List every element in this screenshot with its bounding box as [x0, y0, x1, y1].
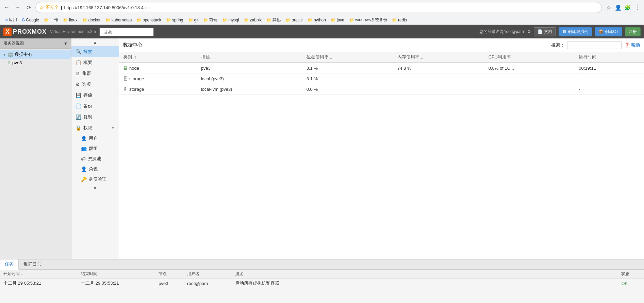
- nav-item-groups[interactable]: 👥 群组: [71, 144, 119, 154]
- refresh-button[interactable]: ⟳: [24, 3, 33, 12]
- nav-item-auth[interactable]: 🔑 身份验证: [71, 174, 119, 184]
- bookmark-openstack[interactable]: 📁 openstack: [134, 17, 163, 23]
- cell-uptime-pve3: 00:19:11: [575, 63, 644, 73]
- settings-icon[interactable]: ⚙: [527, 29, 531, 34]
- nav-item-search[interactable]: 🔍 搜索: [71, 46, 119, 57]
- nav-scroll-up[interactable]: ▲: [71, 38, 119, 46]
- col-description[interactable]: 描述: [197, 52, 302, 63]
- bottom-table-row[interactable]: 十二月 29 05:53:21 十二月 29 05:53:21 pve3 roo…: [0, 279, 644, 288]
- create-ct-button[interactable]: 📦 创建CT: [595, 27, 622, 36]
- bookmark-work-label: 工作: [50, 17, 58, 23]
- auth-icon: 🔑: [81, 176, 87, 182]
- server-icon: 🖥: [123, 65, 128, 71]
- header-search-input[interactable]: [99, 28, 154, 36]
- nav-permissions-label: 权限: [83, 125, 92, 131]
- col-mem-usage[interactable]: 内存使用率...: [393, 52, 484, 63]
- nav-panel: ▲ 🔍 搜索 📋 概要 🖥 集群 ⚙ 选项 💾 存储 📄: [71, 38, 119, 259]
- folder-icon-redis: 📁: [392, 18, 397, 22]
- security-warning-icon: ⚠: [40, 5, 44, 10]
- bookmark-zabbix[interactable]: 📁 zabbix: [242, 17, 264, 23]
- back-button[interactable]: ←: [3, 3, 11, 12]
- storage-type-cell-1: 🗄 storage: [123, 76, 144, 81]
- google-icon: G: [22, 18, 25, 22]
- bookmark-oracle[interactable]: 📁 oracle: [283, 17, 305, 23]
- bcell-desc: 启动所有虚拟机和容器: [232, 279, 618, 288]
- nav-resource-pools-label: 资源池: [88, 156, 101, 162]
- status-ok-badge: OK: [621, 281, 628, 286]
- register-button[interactable]: 注册: [625, 27, 641, 36]
- bookmark-kubernetes-label: kubernetes: [112, 18, 132, 22]
- nav-item-options[interactable]: ⚙ 选项: [71, 79, 119, 90]
- nav-item-replicate[interactable]: 🔄 复制: [71, 112, 119, 122]
- table-row[interactable]: 🗄 storage local (pve3) 3.1 % -: [119, 73, 644, 84]
- bcol-start[interactable]: 开始时间 ↓: [0, 270, 78, 279]
- nav-item-permissions[interactable]: 🔒 权限 ▼: [71, 122, 119, 133]
- col-disk-usage[interactable]: 磁盘使用率...: [302, 52, 393, 63]
- nav-item-backup[interactable]: 📄 备份: [71, 101, 119, 112]
- bookmark-java[interactable]: 📁 java: [329, 17, 346, 23]
- cell-desc-pve3: pve3: [197, 63, 302, 73]
- tab-tasks[interactable]: 任务: [0, 259, 19, 270]
- col-uptime[interactable]: 运行时间: [575, 52, 644, 63]
- bookmark-apps[interactable]: ⊞ 应用: [3, 16, 19, 23]
- sidebar-collapse-icon[interactable]: ▼: [64, 41, 68, 46]
- cell-disk-local: 3.1 %: [302, 73, 393, 84]
- not-secure-label: 不安全: [46, 4, 59, 11]
- browser-actions: ☆ 👤 🧩 ⋮: [605, 3, 641, 12]
- forward-button[interactable]: →: [14, 3, 22, 12]
- cell-disk-pve3: 3.1 %: [302, 63, 393, 73]
- sidebar-item-pve3[interactable]: 🖥 pve3: [0, 59, 71, 67]
- col-type[interactable]: 类别 ↑: [119, 52, 197, 63]
- profile-button[interactable]: 👤: [614, 3, 622, 12]
- table-row[interactable]: 🗄 storage local-lvm (pve3) 0.0 % -: [119, 84, 644, 95]
- browser-toolbar: ← → ⟳ ⚠ 不安全 | https://192.168.137.140:80…: [0, 0, 644, 15]
- bookmark-mysql[interactable]: 📁 mysql: [220, 17, 241, 23]
- nav-scroll-down[interactable]: ▼: [71, 184, 119, 192]
- main-area: 服务器视图 ▼ ▼ 🏢 数据中心 🖥 pve3 ▲ 🔍: [0, 38, 644, 259]
- bookmark-git[interactable]: 📁 git: [186, 17, 201, 23]
- nav-item-resource-pools[interactable]: 🏷 资源池: [71, 154, 119, 164]
- address-bar[interactable]: ⚠ 不安全 | https://192.168.137.140:8006/#v1…: [35, 2, 602, 13]
- bookmark-docker[interactable]: 📁 docker: [80, 17, 103, 23]
- bcol-status[interactable]: 状态: [618, 270, 644, 279]
- bookmark-spring[interactable]: 📁 spring: [164, 17, 185, 23]
- folder-icon-work: 📁: [44, 18, 49, 22]
- extensions-button[interactable]: 🧩: [624, 3, 632, 12]
- bookmark-google[interactable]: G Google: [20, 17, 41, 23]
- nav-item-roles[interactable]: 👤 角色: [71, 164, 119, 174]
- bookmark-kubernetes[interactable]: 📁 kubernetes: [103, 17, 134, 23]
- col-cpu-usage[interactable]: CPU利用率: [484, 52, 575, 63]
- bcol-desc[interactable]: 描述: [232, 270, 618, 279]
- menu-button[interactable]: ⋮: [633, 3, 641, 12]
- user-info-label: 您的登录名是'root@pam': [479, 29, 525, 35]
- bookmark-redis[interactable]: 📁 redis: [390, 17, 409, 23]
- nav-item-cluster[interactable]: 🖥 集群: [71, 68, 119, 79]
- bookmark-work[interactable]: 📁 工作: [42, 16, 60, 23]
- nav-item-overview[interactable]: 📋 概要: [71, 57, 119, 68]
- sidebar-item-datacenter[interactable]: ▼ 🏢 数据中心: [0, 50, 71, 59]
- help-button[interactable]: ❓ 帮助: [624, 42, 640, 48]
- tab-cluster-log[interactable]: 集群日志: [19, 259, 46, 269]
- cell-desc-local-lvm: local-lvm (pve3): [197, 84, 302, 95]
- nav-item-users[interactable]: 👤 用户: [71, 133, 119, 144]
- bookmark-git-label: git: [194, 18, 199, 22]
- create-vm-button[interactable]: 🖥 创建虚拟机: [559, 27, 592, 36]
- bcol-end[interactable]: 结束时间: [78, 270, 155, 279]
- bcol-user[interactable]: 用户名: [184, 270, 232, 279]
- bookmark-linux[interactable]: 📁 linux: [61, 17, 80, 23]
- nav-storage-label: 存储: [83, 92, 92, 98]
- content-search-input[interactable]: [567, 41, 622, 49]
- bookmark-windows-backup[interactable]: 📁 windows系统备份: [347, 16, 389, 23]
- nav-item-storage[interactable]: 💾 存储: [71, 90, 119, 101]
- bookmark-openstack-label: openstack: [143, 18, 161, 22]
- replicate-icon: 🔄: [76, 114, 81, 120]
- bookmark-button[interactable]: ☆: [605, 3, 613, 12]
- bookmark-other[interactable]: 📁 其他: [264, 16, 283, 23]
- bookmark-apps-label: 应用: [9, 17, 17, 23]
- bcol-node[interactable]: 节点: [155, 270, 184, 279]
- folder-icon-spring: 📁: [166, 18, 171, 22]
- doc-button[interactable]: 📄 文档: [534, 27, 556, 36]
- bookmark-frontend[interactable]: 📁 前端: [201, 16, 219, 23]
- table-row[interactable]: 🖥 node pve3 3.1 % 74.8 % 0.8% of 1C... 0…: [119, 63, 644, 73]
- bookmark-python[interactable]: 📁 python: [306, 17, 328, 23]
